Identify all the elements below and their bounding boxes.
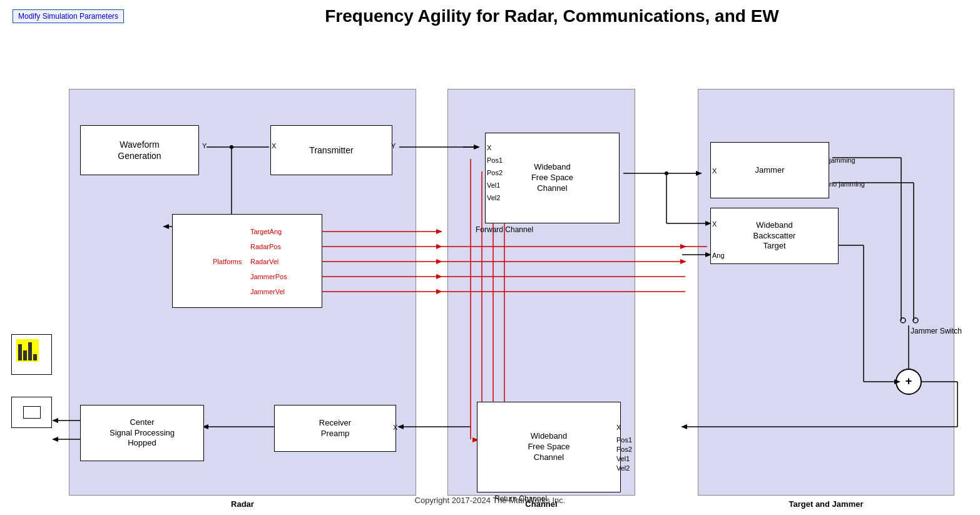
no-jamming-label: no jamming — [829, 180, 865, 188]
wb-ret-pos2-port: Pos2 — [616, 446, 632, 453]
small-rect-icon-block[interactable] — [11, 397, 52, 428]
chart-icon-block[interactable] — [11, 334, 52, 375]
svg-marker-61 — [680, 244, 687, 249]
transmitter-block[interactable]: Transmitter — [270, 125, 392, 175]
transmitter-y-port: Y — [391, 142, 396, 150]
svg-marker-38 — [52, 418, 58, 423]
svg-marker-42 — [436, 229, 442, 234]
wideband-backscatter-block[interactable]: Wideband Backscatter Target — [710, 208, 839, 264]
small-rect-icon — [23, 406, 41, 419]
chart-bar-4 — [33, 354, 37, 360]
center-signal-block[interactable]: Center Signal Processing Hopped — [80, 405, 204, 461]
svg-marker-62 — [680, 259, 687, 264]
jammer-block[interactable]: Jammer — [710, 142, 829, 198]
wb-fwd-x-port: X — [487, 144, 491, 151]
jamming-label: jamming — [829, 156, 855, 164]
chart-bar-3 — [28, 342, 32, 360]
page-title: Frequency Agility for Radar, Communicati… — [136, 6, 967, 26]
receiver-x-port: X — [393, 424, 397, 431]
wb-ret-x-port: X — [616, 424, 621, 431]
wb-fwd-vel1-port: Vel1 — [487, 181, 500, 189]
jammer-x-port: X — [712, 167, 717, 175]
jammer-switch-label: Jammer Switch — [911, 327, 962, 335]
wb-fwd-pos1-port: Pos1 — [487, 156, 503, 164]
receiver-preamp-block[interactable]: Receiver Preamp — [274, 405, 396, 452]
jammer-vel-label: JammerVel — [250, 288, 285, 295]
chart-bar-1 — [18, 344, 22, 360]
wb-ret-pos1-port: Pos1 — [616, 436, 632, 444]
wb-ret-vel2-port: Vel2 — [616, 464, 630, 472]
platforms-block[interactable] — [172, 214, 322, 308]
transmitter-x-port: X — [272, 142, 276, 150]
jammer-pos-label: JammerPos — [250, 273, 287, 280]
waveform-generation-block[interactable]: Waveform Generation — [80, 125, 199, 175]
wb-bs-x-port: X — [712, 220, 717, 228]
target-ang-label: TargetAng — [250, 228, 282, 235]
wideband-return-block[interactable]: Wideband Free Space Channel — [477, 402, 621, 492]
radar-vel-label: RadarVel — [250, 258, 278, 265]
svg-marker-48 — [436, 274, 442, 279]
svg-marker-32 — [681, 424, 687, 429]
svg-point-13 — [665, 171, 668, 175]
chart-bar-2 — [23, 350, 27, 360]
radar-pos-label: RadarPos — [250, 243, 281, 250]
chart-icon — [16, 339, 39, 362]
wideband-forward-block[interactable]: Wideband Free Space Channel — [485, 133, 620, 223]
wb-bs-ang-port: Ang — [712, 252, 725, 259]
wb-fwd-pos2-port: Pos2 — [487, 169, 503, 176]
waveform-y-port: Y — [202, 142, 207, 150]
modify-simulation-button[interactable]: Modify Simulation Parameters — [13, 9, 124, 23]
wb-fwd-vel2-port: Vel2 — [487, 194, 500, 201]
svg-marker-46 — [436, 259, 442, 264]
wb-ret-vel1-port: Vel1 — [616, 455, 630, 462]
svg-marker-40 — [52, 437, 58, 442]
svg-marker-44 — [436, 244, 442, 249]
svg-marker-50 — [436, 289, 442, 294]
forward-channel-label: Forward Channel — [476, 225, 533, 234]
platforms-label: Platforms — [213, 258, 242, 265]
copyright-text: Copyright 2017-2024 The MathWorks Inc. — [0, 496, 980, 505]
